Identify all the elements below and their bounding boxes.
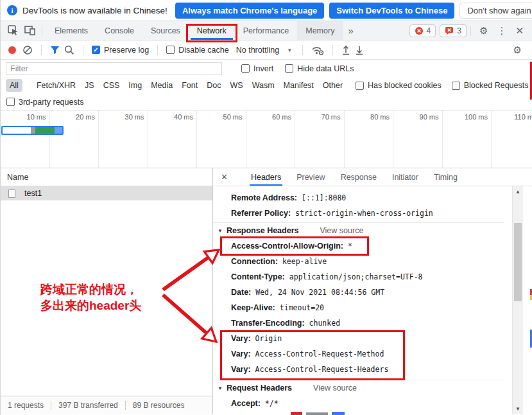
error-count-badge[interactable]: 4 [409, 24, 436, 37]
table-row[interactable]: test1 [1, 186, 212, 200]
response-headers-toggle[interactable]: ▼ Response Headers View source [218, 223, 504, 238]
inspect-element-icon[interactable] [4, 24, 21, 38]
resource-type-filters: All Fetch/XHR JS CSS Img Media Font Doc … [1, 77, 532, 94]
match-language-button[interactable]: Always match Chrome's language [175, 3, 324, 19]
tab-label: Headers [251, 173, 281, 182]
tick-label: 70 ms [295, 110, 345, 168]
tab-memory[interactable]: Memory [297, 21, 343, 40]
header-value: Origin [255, 334, 282, 343]
header-name: Vary: [231, 365, 251, 374]
header-name: Content-Type: [231, 272, 285, 281]
blocked-requests-checkbox[interactable]: Blocked Requests [452, 81, 529, 90]
tab-performance[interactable]: Performance [235, 21, 298, 40]
tick-label: 20 ms [50, 110, 99, 168]
checkbox-checked[interactable]: ✓ [92, 46, 100, 54]
chip-css[interactable]: CSS [99, 79, 124, 92]
chip-js[interactable]: JS [81, 79, 98, 92]
scroll-down-icon[interactable]: ▼ [513, 406, 523, 412]
issue-count-badge[interactable]: 3 [440, 24, 467, 37]
switch-chinese-button[interactable]: Switch DevTools to Chinese [329, 3, 454, 19]
tab-network[interactable]: Network [189, 21, 235, 40]
header-value: * [348, 242, 352, 251]
tab-console[interactable]: Console [96, 21, 142, 40]
kebab-menu-icon[interactable]: ⋮ [492, 25, 511, 37]
disable-cache-checkbox[interactable]: Disable cache [166, 46, 229, 55]
header-value: timeout=20 [280, 303, 324, 312]
dont-show-again-button[interactable]: Don't show again [459, 3, 532, 19]
scroll-up-icon[interactable]: ▲ [513, 189, 523, 195]
has-blocked-cookies-checkbox[interactable]: Has blocked cookies [356, 81, 442, 90]
tab-timing[interactable]: Timing [434, 168, 458, 186]
chip-ws[interactable]: WS [226, 79, 246, 92]
network-conditions-icon[interactable] [311, 45, 324, 55]
devtools-close-icon[interactable]: ✕ [511, 25, 528, 37]
chip-media[interactable]: Media [147, 79, 176, 92]
filter-icon[interactable] [50, 46, 60, 55]
checkbox-unchecked[interactable] [356, 82, 364, 90]
chip-img[interactable]: Img [124, 79, 146, 92]
view-source-link[interactable]: View source [320, 226, 363, 235]
tab-sources[interactable]: Sources [142, 21, 189, 40]
request-details-pane: ✕ Headers Preview Response Initiator Tim… [213, 168, 532, 414]
chip-font[interactable]: Font [178, 79, 202, 92]
chip-all[interactable]: All [6, 79, 22, 92]
hide-data-urls-checkbox[interactable]: Hide data URLs [285, 64, 354, 73]
divider [41, 45, 42, 55]
record-icon[interactable] [8, 46, 16, 54]
details-close-icon[interactable]: ✕ [213, 172, 236, 182]
search-icon[interactable] [64, 45, 74, 55]
export-har-icon[interactable] [355, 45, 364, 55]
chip-fetch-xhr[interactable]: Fetch/XHR [33, 79, 80, 92]
tab-preview[interactable]: Preview [296, 168, 325, 186]
name-column-header[interactable]: Name [1, 168, 212, 186]
tab-initiator[interactable]: Initiator [392, 168, 418, 186]
import-har-icon[interactable] [341, 45, 350, 55]
tick-label: 100 ms [443, 110, 492, 168]
collapse-triangle-icon: ▼ [218, 385, 223, 391]
network-toolbar: ✓ Preserve log Disable cache No throttli… [1, 40, 532, 60]
checkbox-unchecked[interactable] [452, 82, 460, 90]
tab-label: Preview [296, 173, 325, 182]
invert-checkbox[interactable]: Invert [241, 64, 273, 73]
bar-waiting-segment [3, 127, 31, 134]
tab-response[interactable]: Response [341, 168, 377, 186]
document-icon [8, 190, 15, 198]
header-line-referrer-policy: Referrer Policy:strict-origin-when-cross… [231, 206, 504, 221]
checkbox-unchecked[interactable] [241, 64, 250, 73]
preserve-log-label[interactable]: Preserve log [104, 46, 149, 55]
view-source-link[interactable]: View source [313, 384, 357, 393]
checkbox-unchecked[interactable] [285, 64, 293, 73]
checkbox-unchecked[interactable] [6, 98, 15, 106]
request-headers-toggle[interactable]: ▼ Request Headers View source [218, 380, 504, 396]
network-settings-gear-icon[interactable]: ⚙ [509, 44, 526, 56]
throttling-select[interactable]: No throttling ▾ [234, 44, 294, 56]
chip-manifest[interactable]: Manifest [280, 79, 318, 92]
blocked-requests-label[interactable]: Blocked Requests [464, 81, 529, 90]
divider [42, 26, 42, 36]
scrollbar-thumb[interactable] [514, 223, 522, 301]
more-tabs-icon[interactable]: » [343, 25, 358, 36]
clear-icon[interactable] [22, 45, 33, 55]
overview-request-bar[interactable] [1, 126, 64, 135]
request-name: test1 [24, 189, 42, 198]
invert-label[interactable]: Invert [253, 64, 273, 73]
tab-elements[interactable]: Elements [46, 21, 96, 40]
hide-data-urls-label[interactable]: Hide data URLs [297, 64, 354, 73]
settings-gear-icon[interactable]: ⚙ [475, 25, 492, 37]
checkbox-unchecked[interactable] [166, 46, 175, 54]
chip-wasm[interactable]: Wasm [248, 79, 279, 92]
headers-content: Remote Address:[::1]:8080 Referrer Polic… [213, 186, 532, 414]
tab-headers[interactable]: Headers [251, 168, 281, 186]
details-scrollbar[interactable]: ▲ ▼ [512, 186, 523, 414]
header-name: Vary: [231, 349, 251, 358]
device-toolbar-icon[interactable] [21, 24, 38, 38]
header-line-accept: Accept:*/* [231, 396, 504, 411]
third-party-label[interactable]: 3rd-party requests [19, 98, 83, 107]
disable-cache-label[interactable]: Disable cache [178, 46, 229, 55]
tick-label: 90 ms [393, 110, 443, 168]
filter-input[interactable] [6, 62, 222, 75]
preserve-log-checkbox[interactable]: ✓ Preserve log [92, 46, 149, 55]
has-blocked-cookies-label[interactable]: Has blocked cookies [368, 81, 442, 90]
chip-other[interactable]: Other [319, 79, 347, 92]
chip-doc[interactable]: Doc [203, 79, 225, 92]
